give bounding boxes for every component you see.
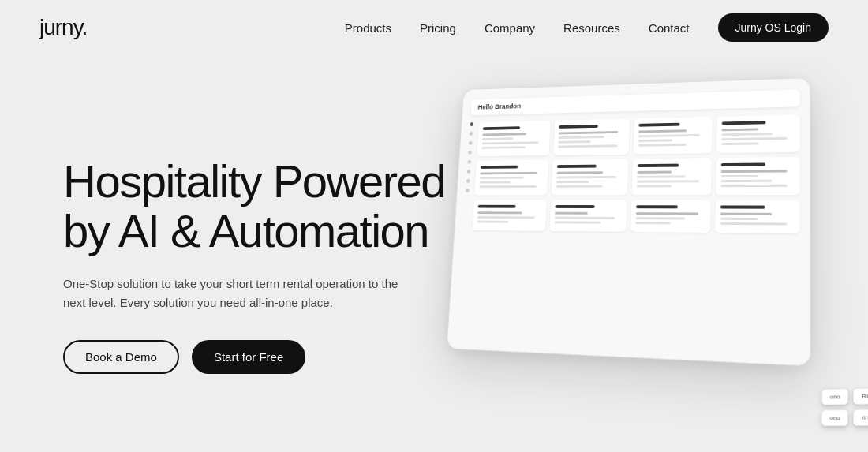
card-line bbox=[638, 139, 672, 142]
card-line bbox=[721, 175, 758, 177]
nav-dot bbox=[470, 132, 473, 136]
card-line bbox=[479, 185, 536, 188]
card-line bbox=[637, 171, 672, 174]
nav-dot bbox=[466, 189, 470, 192]
smart-key: ring bbox=[854, 409, 868, 426]
card-title bbox=[720, 205, 765, 208]
dashboard-card bbox=[474, 160, 548, 196]
card-line bbox=[558, 140, 591, 144]
card-line bbox=[477, 211, 522, 214]
dashboard-card bbox=[716, 157, 799, 195]
card-title bbox=[557, 165, 597, 168]
card-line bbox=[721, 180, 773, 182]
smart-key: ono bbox=[821, 388, 848, 405]
nav-contact[interactable]: Contact bbox=[649, 21, 690, 35]
card-line bbox=[558, 144, 617, 148]
card-line bbox=[559, 131, 618, 134]
card-line bbox=[722, 133, 773, 136]
dashboard-header: Hello Brandon bbox=[470, 89, 799, 115]
card-title bbox=[722, 121, 765, 125]
navigation: Products Pricing Company Resources Conta… bbox=[345, 13, 829, 42]
card-line bbox=[556, 171, 603, 174]
nav-products[interactable]: Products bbox=[345, 21, 391, 35]
card-line bbox=[638, 134, 700, 137]
device-illustration: Hello Brandon bbox=[402, 39, 868, 450]
hero-text-block: Hospitality Powered by AI & Automation O… bbox=[63, 157, 445, 374]
dashboard-card bbox=[551, 159, 628, 195]
card-line bbox=[554, 221, 600, 223]
card-line bbox=[635, 212, 698, 215]
header: jurny. Products Pricing Company Resource… bbox=[0, 0, 868, 55]
card-line bbox=[480, 172, 537, 174]
card-line bbox=[637, 180, 700, 182]
smart-key: Ring bbox=[854, 387, 868, 405]
nav-dot bbox=[467, 160, 471, 164]
card-title bbox=[721, 162, 765, 166]
card-line bbox=[555, 212, 588, 215]
card-line bbox=[638, 144, 686, 147]
hero-title: Hospitality Powered by AI & Automation bbox=[63, 157, 445, 256]
card-line bbox=[481, 146, 526, 149]
nav-dot bbox=[469, 141, 473, 145]
card-line bbox=[720, 222, 787, 226]
hero-buttons: Book a Demo Start for Free bbox=[63, 340, 445, 374]
card-line bbox=[555, 216, 615, 219]
nav-dot bbox=[467, 170, 471, 174]
smart-keys: ono Ring ono ring bbox=[821, 387, 868, 426]
dashboard-card bbox=[633, 117, 713, 155]
nav-pricing[interactable]: Pricing bbox=[420, 21, 456, 35]
card-line bbox=[482, 137, 514, 140]
card-line bbox=[482, 141, 539, 144]
card-line bbox=[556, 176, 616, 178]
dashboard-card bbox=[553, 118, 630, 155]
card-line bbox=[482, 133, 526, 136]
smart-key: ono bbox=[821, 409, 848, 426]
hero-section: Hospitality Powered by AI & Automation O… bbox=[0, 55, 868, 452]
card-title bbox=[555, 205, 595, 208]
dashboard-card bbox=[715, 200, 799, 233]
card-title bbox=[637, 164, 679, 167]
card-line bbox=[722, 137, 788, 140]
login-button[interactable]: Jurny OS Login bbox=[718, 13, 829, 42]
card-line bbox=[477, 221, 508, 223]
card-line bbox=[721, 185, 788, 187]
card-line bbox=[480, 177, 524, 179]
card-line bbox=[636, 185, 671, 187]
card-line bbox=[635, 222, 670, 224]
logo[interactable]: jurny. bbox=[39, 15, 87, 40]
card-line bbox=[720, 218, 758, 220]
dashboard-card bbox=[716, 114, 799, 153]
card-title bbox=[636, 205, 678, 208]
dashboard-card bbox=[549, 200, 627, 232]
dashboard-card bbox=[473, 200, 547, 231]
card-line bbox=[720, 213, 772, 215]
dashboard-card bbox=[631, 158, 712, 195]
card-title bbox=[638, 123, 679, 127]
card-line bbox=[556, 185, 602, 188]
card-line bbox=[638, 129, 687, 133]
start-free-button[interactable]: Start for Free bbox=[192, 340, 305, 374]
card-line bbox=[558, 136, 604, 139]
dashboard-card bbox=[477, 121, 550, 156]
card-line bbox=[722, 128, 758, 131]
card-line bbox=[722, 142, 758, 145]
nav-dot bbox=[468, 151, 472, 155]
nav-resources[interactable]: Resources bbox=[563, 21, 620, 35]
tablet-mockup: Hello Brandon bbox=[447, 77, 811, 367]
card-line bbox=[477, 216, 535, 219]
dashboard-card bbox=[630, 200, 711, 233]
hero-subtitle: One-Stop solution to take your short ter… bbox=[63, 275, 418, 312]
nav-dot bbox=[470, 122, 473, 126]
card-line bbox=[635, 217, 684, 219]
card-line bbox=[480, 181, 511, 184]
card-title bbox=[478, 205, 516, 208]
nav-company[interactable]: Company bbox=[485, 21, 535, 35]
card-title bbox=[481, 166, 518, 169]
card-line bbox=[637, 175, 686, 177]
card-title bbox=[559, 125, 598, 129]
card-title bbox=[483, 126, 521, 130]
card-line bbox=[721, 170, 788, 173]
nav-dot bbox=[466, 179, 470, 183]
card-line bbox=[556, 181, 589, 183]
book-demo-button[interactable]: Book a Demo bbox=[63, 340, 179, 374]
